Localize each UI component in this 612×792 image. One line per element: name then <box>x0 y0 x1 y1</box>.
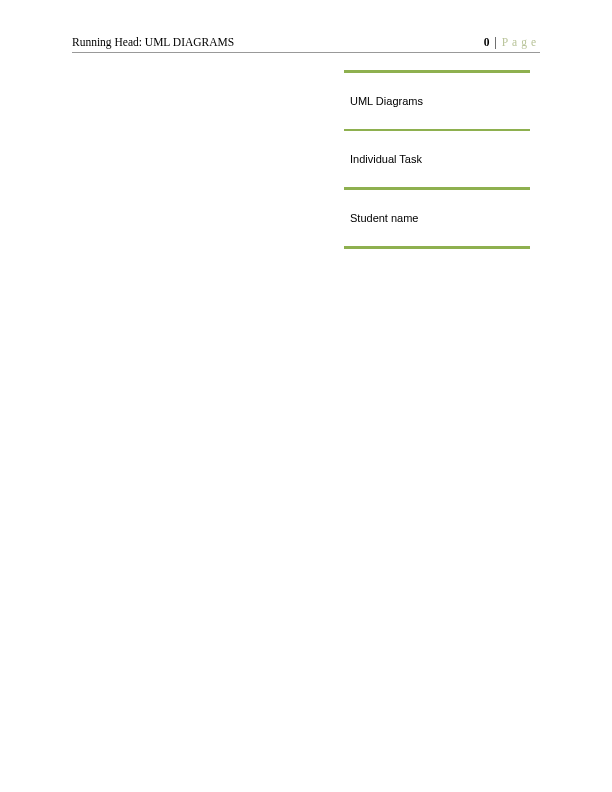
page-separator: | <box>494 36 496 48</box>
separator-line <box>344 246 530 249</box>
title-block: UML Diagrams Individual Task Student nam… <box>344 70 530 249</box>
page-number: 0 <box>484 36 490 48</box>
header-rule <box>72 52 540 53</box>
title-line-2: Individual Task <box>344 131 530 187</box>
page-header: Running Head: UML DIAGRAMS 0 | Page <box>72 36 540 48</box>
title-line-3: Student name <box>344 190 530 246</box>
page-indicator: 0 | Page <box>484 36 540 48</box>
page-word: Page <box>502 36 540 48</box>
title-line-1: UML Diagrams <box>344 73 530 129</box>
running-head: Running Head: UML DIAGRAMS <box>72 36 234 48</box>
